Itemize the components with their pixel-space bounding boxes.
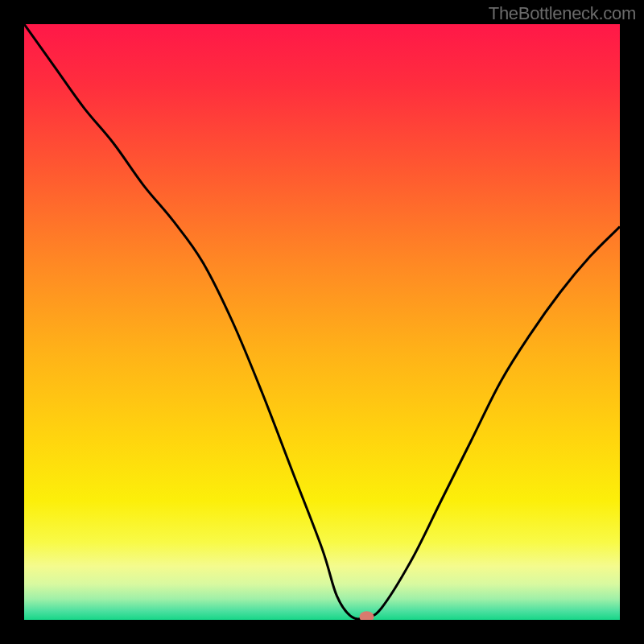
watermark-text: TheBottleneck.com [489, 3, 636, 24]
gradient-background [24, 24, 620, 620]
chart-frame [24, 24, 620, 620]
chart-svg [24, 24, 620, 620]
